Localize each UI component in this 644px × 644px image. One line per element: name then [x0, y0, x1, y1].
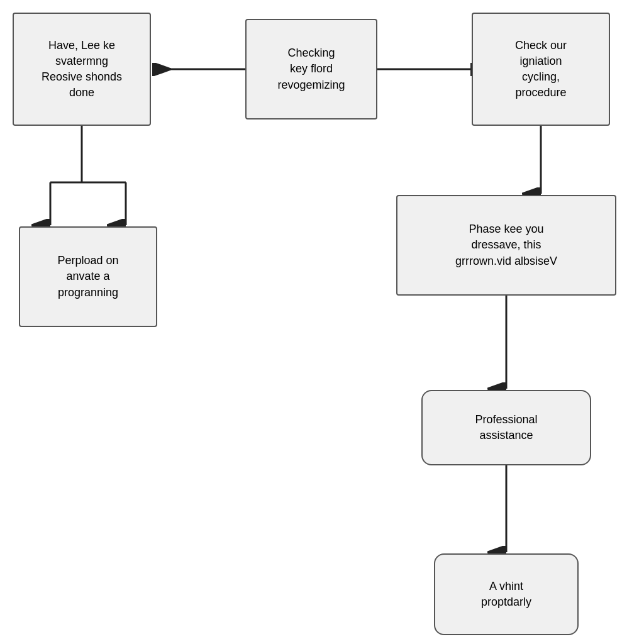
box-bottom-left: Perpload on anvate a progranning — [19, 226, 157, 327]
box-lower-right: Professional assistance — [421, 390, 591, 465]
flowchart: Have, Lee ke svatermng Reosive shonds do… — [0, 0, 644, 644]
box-mid-right-label: Phase kee you dressave, this grrrown.vid… — [455, 221, 557, 269]
box-mid-right: Phase kee you dressave, this grrrown.vid… — [396, 195, 616, 296]
box-top-right: Check our igniation cycling, procedure — [472, 13, 610, 126]
box-bottom-right-label: A vhint proptdarly — [481, 579, 531, 610]
box-bottom-left-label: Perpload on anvate a progranning — [57, 253, 118, 301]
box-top-left-label: Have, Lee ke svatermng Reosive shonds do… — [42, 38, 122, 101]
box-top-center-label: Checking key flord revogemizing — [277, 45, 345, 93]
box-bottom-right: A vhint proptdarly — [434, 553, 579, 635]
box-lower-right-label: Professional assistance — [475, 412, 537, 443]
box-top-left: Have, Lee ke svatermng Reosive shonds do… — [13, 13, 151, 126]
box-top-center: Checking key flord revogemizing — [245, 19, 377, 119]
box-top-right-label: Check our igniation cycling, procedure — [515, 38, 567, 101]
